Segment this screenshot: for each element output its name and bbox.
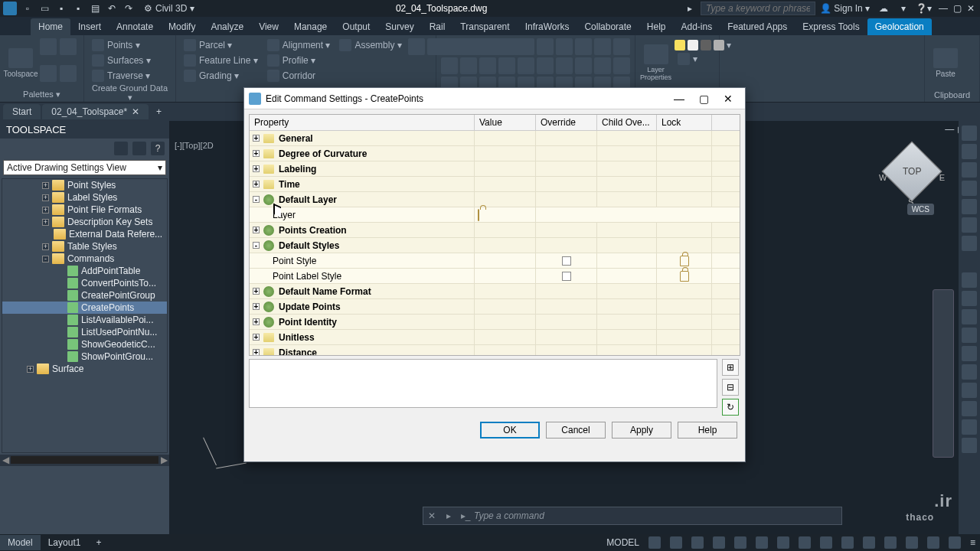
tool-icon[interactable]	[962, 309, 977, 324]
lock-icon[interactable]	[478, 209, 479, 221]
tool-icon[interactable]	[962, 217, 977, 233]
tree-node[interactable]: AddPointTable	[2, 265, 167, 277]
cmd-menu-icon[interactable]: ▸	[440, 510, 457, 521]
tool-icon[interactable]	[962, 272, 977, 288]
ribbon-icon[interactable]	[556, 57, 573, 74]
help-button[interactable]: Help	[678, 422, 737, 439]
tree-node[interactable]: +Surface	[2, 363, 167, 375]
ribbon-icon[interactable]	[479, 38, 496, 55]
plot-icon[interactable]: ▤	[89, 2, 101, 15]
tree-node[interactable]: +Description Key Sets	[2, 216, 167, 228]
status-icon[interactable]	[730, 536, 751, 549]
ribbon-tab-express-tools[interactable]: Express Tools	[795, 18, 867, 35]
expand-icon[interactable]: +	[253, 165, 260, 172]
value-cell[interactable]	[475, 161, 536, 176]
lock-icon[interactable]	[680, 256, 689, 266]
ribbon-item[interactable]: Parcel ▾	[181, 38, 261, 52]
ribbon-tab-collaborate[interactable]: Collaborate	[577, 18, 639, 35]
ribbon-tab-rail[interactable]: Rail	[422, 18, 453, 35]
expand-icon[interactable]: +	[253, 318, 260, 325]
grid-row[interactable]: +General	[250, 131, 740, 146]
tree-hscroll[interactable]: ◀▶	[0, 455, 169, 465]
app-icon[interactable]	[3, 2, 17, 15]
tool-icon[interactable]	[962, 401, 977, 416]
tool-icon[interactable]	[962, 291, 977, 306]
status-icon[interactable]	[837, 536, 858, 549]
apply-button[interactable]: Apply	[612, 422, 671, 439]
ribbon-item[interactable]: Profile ▾	[264, 54, 334, 67]
search-input[interactable]	[701, 2, 815, 15]
status-icon[interactable]	[665, 536, 687, 549]
tool-icon[interactable]	[962, 438, 977, 453]
swatch[interactable]	[701, 40, 711, 51]
ribbon-icon[interactable]	[594, 57, 611, 74]
tree-node[interactable]: +Label Styles	[2, 191, 167, 204]
expand-icon[interactable]: +	[253, 288, 260, 295]
file-tab-add[interactable]: +	[150, 104, 168, 119]
status-icon[interactable]	[815, 536, 837, 549]
ribbon-icon[interactable]	[498, 38, 515, 55]
ribbon-tab-manage[interactable]: Manage	[286, 18, 335, 35]
close-tab-icon[interactable]: ✕	[132, 106, 139, 117]
expand-icon[interactable]: +	[42, 207, 49, 214]
tree-node[interactable]: +Point Styles	[2, 179, 167, 191]
help-icon[interactable]: ❔▾	[917, 2, 929, 15]
command-line[interactable]: ✕ ▸ ▸_ Type a command	[423, 507, 842, 525]
status-icon[interactable]	[773, 536, 794, 549]
expand-icon[interactable]: +	[253, 181, 260, 187]
toolspace-help-icon[interactable]: ?	[151, 142, 165, 155]
dialog-maximize-icon[interactable]: ▢	[691, 90, 716, 107]
status-icon[interactable]	[708, 536, 730, 549]
ribbon-item[interactable]: Grading ▾	[181, 69, 261, 83]
value-cell[interactable]	[475, 146, 536, 161]
col-override[interactable]: Override	[536, 115, 597, 130]
grid-row[interactable]: +Distance	[250, 345, 740, 355]
cancel-button[interactable]: Cancel	[546, 422, 606, 439]
tool-icon[interactable]	[962, 126, 977, 141]
expand-icon[interactable]: +	[253, 227, 260, 233]
value-cell[interactable]	[475, 299, 536, 314]
file-tab-start[interactable]: Start	[3, 104, 41, 119]
swatch[interactable]	[675, 40, 685, 51]
status-icon[interactable]	[944, 536, 965, 549]
override-checkbox[interactable]	[562, 272, 571, 281]
ribbon-tab-transparent[interactable]: Transparent	[452, 18, 517, 35]
expand-all-button[interactable]: ⊞	[722, 359, 739, 376]
ribbon-tab-home[interactable]: Home	[31, 18, 70, 35]
ribbon-tab-annotate[interactable]: Annotate	[109, 18, 161, 35]
redo-icon[interactable]: ↷	[122, 2, 135, 15]
tree-node[interactable]: ListUsedPointNu...	[2, 326, 167, 338]
dialog-titlebar[interactable]: Edit Command Settings - CreatePoints — ▢…	[244, 88, 745, 109]
grid-row[interactable]: Point Label Style	[250, 269, 740, 284]
tree-node[interactable]: ConvertPointsTo...	[2, 277, 167, 289]
col-child-override[interactable]: Child Ove...	[597, 115, 657, 130]
canvas-min-icon[interactable]: —	[945, 124, 954, 135]
ribbon-tab-add-ins[interactable]: Add-ins	[673, 18, 720, 35]
expand-icon[interactable]: +	[253, 135, 260, 142]
value-cell[interactable]	[475, 315, 536, 329]
status-icon[interactable]	[644, 536, 665, 549]
palette-icon[interactable]	[60, 38, 77, 55]
cmd-close-icon[interactable]: ✕	[423, 510, 440, 521]
tree-node[interactable]: CreatePointGroup	[2, 289, 167, 302]
ribbon-item[interactable]: Surfaces ▾	[89, 54, 154, 67]
expand-icon[interactable]: -	[253, 242, 260, 249]
tool-icon[interactable]	[962, 346, 977, 361]
expand-icon[interactable]: +	[253, 334, 260, 341]
tool-icon[interactable]	[962, 364, 977, 380]
ribbon-icon[interactable]	[498, 57, 515, 74]
expand-icon[interactable]: +	[42, 219, 49, 226]
expand-icon[interactable]: +	[42, 182, 49, 189]
palette-icon[interactable]	[40, 65, 57, 82]
ucs-icon[interactable]	[201, 435, 247, 481]
status-icon[interactable]	[901, 536, 923, 549]
maximize-icon[interactable]: ▢	[951, 2, 963, 15]
ribbon-tab-geolocation[interactable]: Geolocation	[867, 18, 932, 35]
col-value[interactable]: Value	[475, 115, 536, 130]
save-icon[interactable]: ▪	[55, 2, 67, 15]
grid-row[interactable]: Point Style	[250, 253, 740, 269]
grid-row[interactable]: +Degree of Curvature	[250, 146, 740, 161]
saveas-icon[interactable]: ▪	[72, 2, 84, 15]
lock-icon[interactable]	[680, 271, 689, 282]
status-icon[interactable]	[687, 536, 708, 549]
